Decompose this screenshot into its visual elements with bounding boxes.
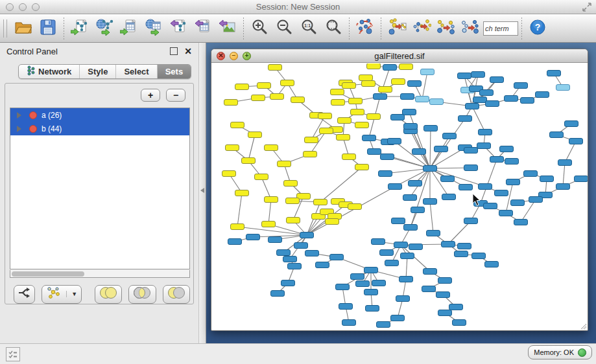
zoom-in-button[interactable] [247, 16, 272, 41]
minimize-view-button[interactable]: − [230, 52, 238, 60]
import-network-web-button[interactable] [92, 16, 117, 41]
dropdown-arrow-icon[interactable]: ▼ [66, 291, 77, 297]
graph-node-yellow[interactable] [342, 83, 356, 89]
graph-node-blue[interactable] [529, 197, 543, 203]
graph-node-yellow[interactable] [265, 145, 278, 151]
graph-node-yellow[interactable] [318, 113, 332, 119]
graph-edge[interactable] [261, 177, 271, 199]
graph-node-blue[interactable] [507, 179, 520, 185]
set-difference-button[interactable] [163, 285, 190, 304]
graph-node-blue[interactable] [540, 176, 554, 182]
graph-node-blue[interactable] [408, 81, 422, 87]
zoom-actual-button[interactable]: 1:1 [296, 16, 321, 41]
app-titlebar[interactable]: Session: New Session [0, 0, 596, 14]
graph-edge[interactable] [506, 182, 513, 213]
graph-node-yellow[interactable] [379, 87, 392, 93]
graph-node-blue[interactable] [479, 184, 492, 190]
graph-node-blue[interactable] [464, 148, 478, 154]
graph-node-blue[interactable] [499, 210, 513, 216]
graph-node-blue[interactable] [281, 280, 295, 286]
graph-node-blue[interactable] [383, 65, 397, 71]
graph-node-blue[interactable] [423, 166, 437, 172]
network-graph[interactable] [213, 63, 588, 330]
graph-node-blue[interactable] [466, 104, 479, 109]
graph-node-blue[interactable] [423, 199, 437, 205]
graph-edge[interactable] [422, 72, 427, 99]
float-panel-button[interactable] [170, 47, 178, 55]
graph-node-blue[interactable] [505, 96, 518, 102]
graph-node-blue[interactable] [459, 185, 473, 190]
graph-node-blue[interactable] [479, 130, 492, 135]
graph-node-blue[interactable] [380, 250, 394, 256]
graph-node-yellow[interactable] [392, 79, 405, 85]
graph-node-blue[interactable] [514, 220, 528, 225]
select-filtered-button[interactable] [434, 16, 459, 41]
graph-node-blue[interactable] [441, 176, 455, 182]
graph-node-yellow[interactable] [286, 198, 300, 204]
graph-node-blue[interactable] [484, 203, 497, 209]
graph-node-blue[interactable] [388, 139, 401, 144]
import-table-file-button[interactable] [117, 16, 141, 41]
graph-node-yellow[interactable] [281, 80, 294, 86]
graph-node-yellow[interactable] [242, 158, 256, 164]
graph-node-blue[interactable] [416, 97, 429, 102]
graph-node-blue[interactable] [388, 184, 402, 190]
graph-node-blue[interactable] [490, 157, 504, 163]
network-canvas[interactable] [213, 63, 588, 330]
graph-node-yellow[interactable] [338, 118, 352, 124]
graph-node-yellow[interactable] [399, 64, 413, 70]
graph-node-blue[interactable] [485, 262, 499, 267]
hscrollbar-thumb[interactable] [12, 271, 84, 277]
tab-select[interactable]: Select [116, 65, 157, 78]
graph-node-blue[interactable] [458, 244, 471, 249]
split-set-button[interactable] [14, 285, 35, 304]
graph-node-yellow[interactable] [231, 122, 244, 128]
graph-node-blue[interactable] [464, 218, 478, 224]
graph-node-yellow[interactable] [331, 89, 344, 95]
graph-node-blue[interactable] [288, 264, 302, 269]
graph-node-blue[interactable] [438, 278, 452, 284]
graph-node-blue[interactable] [409, 181, 422, 187]
graph-node-blue[interactable] [547, 71, 561, 76]
graph-edge[interactable] [320, 167, 362, 202]
graph-node-blue[interactable] [458, 73, 471, 79]
resize-arrows-icon[interactable] [582, 2, 592, 12]
graph-node-blue[interactable] [379, 171, 392, 177]
graph-node-yellow[interactable] [284, 181, 298, 187]
graph-node-blue[interactable] [471, 72, 485, 78]
graph-node-yellow[interactable] [305, 137, 318, 143]
graph-node-blue[interactable] [305, 251, 319, 256]
graph-node-blue[interactable] [486, 101, 499, 107]
graph-edge[interactable] [406, 256, 407, 279]
graph-node-blue[interactable] [459, 116, 472, 122]
graph-node-blue[interactable] [477, 143, 491, 149]
graph-node-blue[interactable] [294, 243, 308, 249]
export-table-button[interactable] [191, 16, 215, 41]
graph-node-blue[interactable] [363, 135, 376, 141]
window-resize-grip[interactable] [579, 322, 587, 330]
graph-node-blue[interactable] [372, 239, 385, 245]
graph-node-yellow[interactable] [224, 100, 238, 106]
graph-node-yellow[interactable] [304, 152, 317, 157]
graph-node-yellow[interactable] [226, 145, 239, 151]
graph-edge[interactable] [237, 193, 242, 227]
graph-node-blue[interactable] [374, 94, 387, 100]
graph-node-blue[interactable] [449, 304, 463, 310]
graph-node-yellow[interactable] [348, 204, 362, 210]
graph-node-yellow[interactable] [367, 63, 381, 69]
graph-node-blue[interactable] [556, 184, 570, 190]
zoom-out-button[interactable] [272, 16, 296, 41]
graph-node-blue[interactable] [228, 239, 242, 245]
graph-node-blue[interactable] [436, 292, 450, 298]
zoom-fit-button[interactable] [321, 16, 346, 41]
help-button[interactable]: ? [525, 16, 550, 41]
graph-node-yellow[interactable] [265, 197, 278, 203]
tab-network[interactable]: Network [19, 65, 80, 78]
graph-node-blue[interactable] [505, 159, 519, 165]
graph-node-yellow[interactable] [257, 83, 271, 89]
graph-node-blue[interactable] [377, 322, 390, 328]
memory-status-button[interactable]: Memory: OK [528, 345, 592, 359]
create-set-button[interactable]: ▼ [42, 285, 82, 304]
graph-edge[interactable] [563, 163, 565, 187]
graph-node-blue[interactable] [422, 286, 436, 292]
